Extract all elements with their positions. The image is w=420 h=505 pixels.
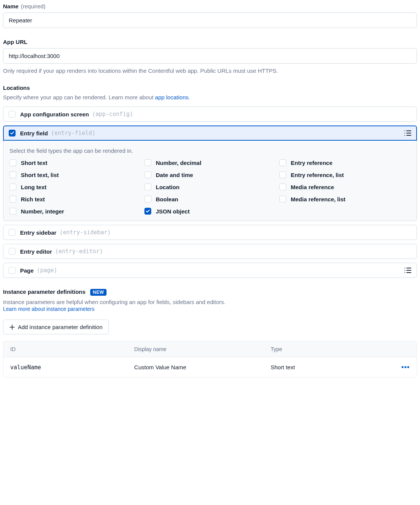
checkbox-page[interactable] [9, 267, 16, 274]
field-type-label: Short text [21, 160, 47, 166]
location-entry-field[interactable]: Entry field (entry-field) [3, 125, 417, 141]
list-icon[interactable] [404, 130, 411, 136]
field-type-label: Boolean [156, 196, 178, 202]
checkbox-field-type[interactable] [144, 183, 151, 190]
app-locations-link[interactable]: app locations [155, 94, 188, 100]
field-type-label: Media reference, list [291, 196, 345, 202]
field-types-grid: Short textNumber, decimalEntry reference… [9, 159, 411, 215]
field-type-item[interactable]: Date and time [144, 171, 276, 178]
checkbox-field-type[interactable] [279, 171, 286, 178]
field-type-label: Number, integer [21, 208, 64, 215]
checkbox-entry-field[interactable] [9, 130, 16, 136]
field-type-item[interactable]: Number, decimal [144, 159, 276, 166]
field-type-item[interactable]: Location [144, 183, 276, 190]
field-type-label: Number, decimal [156, 160, 201, 166]
field-types-panel: Select the field types the app can be re… [3, 141, 417, 221]
name-input[interactable] [3, 13, 417, 28]
table-row: valueName Custom Value Name Short text •… [3, 357, 417, 377]
field-type-label: Long text [21, 184, 47, 190]
field-type-item[interactable]: Media reference [279, 183, 411, 190]
location-code: (entry-sidebar) [60, 229, 111, 236]
field-type-item[interactable]: Short text, list [9, 171, 141, 178]
instance-params-label-text: Instance parameter definitions [3, 289, 86, 295]
field-type-item[interactable]: Long text [9, 183, 141, 190]
location-page[interactable]: Page (page) [3, 263, 417, 278]
field-type-item[interactable]: Boolean [144, 196, 276, 202]
table-header: ID Display name Type [3, 342, 417, 357]
locations-label: Locations [3, 85, 417, 91]
field-type-label: Entry reference [291, 160, 332, 166]
location-app-config[interactable]: App configuration screen (app-config) [3, 107, 417, 122]
instance-params-section: Instance parameter definitions NEW Insta… [3, 289, 417, 378]
field-types-helper: Select the field types the app can be re… [9, 147, 411, 154]
checkbox-entry-sidebar[interactable] [9, 229, 16, 236]
checkbox-field-type[interactable] [9, 208, 16, 215]
instance-params-desc: Instance parameters are helpful when con… [3, 299, 417, 305]
checkbox-field-type[interactable] [144, 196, 151, 202]
add-button-label: Add instance parameter definition [18, 324, 102, 330]
plus-icon [9, 325, 15, 330]
locations-desc: Specify where your app can be rendered. … [3, 94, 417, 100]
location-code: (app-config) [92, 111, 133, 118]
field-type-item[interactable]: Short text [9, 159, 141, 166]
checkbox-field-type[interactable] [9, 196, 16, 202]
field-type-item[interactable]: Number, integer [9, 208, 141, 215]
row-display-name: Custom Value Name [134, 364, 271, 370]
col-type: Type [271, 346, 395, 352]
checkbox-field-type[interactable] [9, 171, 16, 178]
instance-params-link[interactable]: Learn more about instance parameters [3, 306, 94, 312]
field-type-item[interactable]: Rich text [9, 196, 141, 202]
field-type-label: Media reference [291, 184, 334, 190]
field-type-item[interactable]: Entry reference, list [279, 171, 411, 178]
locations-section: Locations Specify where your app can be … [3, 85, 417, 278]
checkbox-field-type[interactable] [144, 208, 151, 215]
location-entry-sidebar[interactable]: Entry sidebar (entry-sidebar) [3, 225, 417, 240]
location-label: App configuration screen [20, 111, 89, 118]
checkbox-field-type[interactable] [279, 183, 286, 190]
location-label: Entry sidebar [20, 229, 56, 236]
app-url-label: App URL [3, 39, 417, 45]
instance-params-table: ID Display name Type valueName Custom Va… [3, 341, 417, 378]
row-id: valueName [10, 364, 134, 371]
row-type: Short text [271, 364, 395, 370]
location-label: Entry editor [20, 248, 52, 255]
name-section: Name (required) [3, 3, 417, 28]
location-code: (entry-editor) [55, 248, 103, 255]
add-instance-param-button[interactable]: Add instance parameter definition [3, 320, 109, 334]
location-label: Entry field [20, 130, 48, 136]
locations-list: App configuration screen (app-config) En… [3, 107, 417, 278]
checkbox-field-type[interactable] [144, 171, 151, 178]
location-code: (entry-field) [51, 130, 95, 136]
checkbox-field-type[interactable] [144, 159, 151, 166]
checkbox-field-type[interactable] [9, 183, 16, 190]
field-type-label: JSON object [156, 208, 190, 215]
field-type-item[interactable]: JSON object [144, 208, 276, 215]
location-label: Page [20, 267, 34, 274]
locations-desc-prefix: Specify where your app can be rendered. … [3, 94, 155, 100]
col-display-name: Display name [134, 346, 271, 352]
checkbox-field-type[interactable] [279, 159, 286, 166]
location-entry-editor[interactable]: Entry editor (entry-editor) [3, 244, 417, 259]
locations-desc-suffix: . [189, 94, 190, 100]
checkbox-field-type[interactable] [9, 159, 16, 166]
new-badge: NEW [90, 289, 107, 296]
app-url-input[interactable] [3, 48, 417, 64]
name-label: Name (required) [3, 3, 417, 9]
field-type-label: Short text, list [21, 172, 59, 178]
checkbox-field-type[interactable] [279, 196, 286, 202]
field-type-item[interactable]: Entry reference [279, 159, 411, 166]
field-type-label: Date and time [156, 172, 193, 178]
checkbox-app-config[interactable] [9, 111, 16, 118]
field-type-label: Entry reference, list [291, 172, 344, 178]
list-icon[interactable] [404, 268, 411, 273]
field-type-item[interactable]: Media reference, list [279, 196, 411, 202]
app-url-helper: Only required if your app renders into l… [3, 67, 417, 74]
location-code: (page) [37, 267, 57, 274]
col-id: ID [10, 346, 134, 352]
name-required-text: (required) [21, 3, 45, 9]
row-actions-menu[interactable]: ••• [395, 363, 410, 371]
field-type-label: Location [156, 184, 180, 190]
name-label-text: Name [3, 3, 19, 9]
checkbox-entry-editor[interactable] [9, 248, 16, 255]
app-url-section: App URL Only required if your app render… [3, 39, 417, 74]
